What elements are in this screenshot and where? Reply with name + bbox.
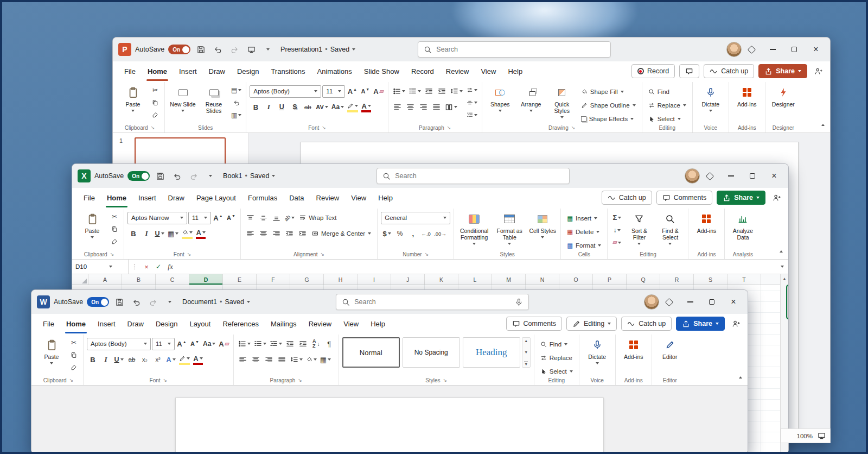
new-slide-button[interactable]: New Slide [168,83,197,122]
column-header[interactable]: J [391,274,425,285]
ribbon-tab[interactable]: References [216,314,264,333]
column-header[interactable]: M [492,274,526,285]
column-header[interactable]: G [290,274,324,285]
font-size-combo[interactable]: 11 [188,212,211,224]
cut-icon[interactable]: ✂ [68,337,80,348]
increase-decimal-icon[interactable]: ←.0 [420,228,432,239]
align-center-icon[interactable] [257,228,269,239]
ribbon-tab[interactable]: Draw [122,314,150,333]
ribbon-tab[interactable]: Help [372,188,399,207]
font-dialog-launcher[interactable]: ↘ [187,252,192,257]
underline-icon[interactable]: U [113,354,125,365]
clipboard-dialog-launcher[interactable]: ↘ [69,378,74,383]
ribbon-tab[interactable]: Animations [311,61,358,81]
font-dialog-launcher[interactable]: ↘ [163,378,168,383]
increase-font-size-icon[interactable]: A▲ [212,212,224,224]
minimize-button[interactable] [762,39,783,60]
presence-person-icon[interactable] [770,191,783,204]
clear-icon[interactable] [611,237,623,248]
line-spacing-icon[interactable] [289,354,304,365]
justify-icon[interactable] [276,354,288,365]
style-card[interactable]: Normal [342,337,400,368]
ribbon-tab[interactable]: Design [150,314,183,333]
word-app-icon[interactable]: W [37,295,50,308]
increase-font-size-icon[interactable]: A▲ [346,86,358,97]
vertical-scrollbar[interactable]: ▲ [780,274,788,453]
copy-icon[interactable] [68,349,80,361]
superscript-icon[interactable]: x² [152,354,164,365]
expand-formula-bar-icon[interactable] [776,260,788,274]
undo-icon[interactable] [130,295,143,308]
align-center-icon[interactable] [250,354,262,365]
ribbon-tab[interactable]: Layout [183,314,216,333]
search-input[interactable] [336,294,529,310]
column-header[interactable]: K [425,274,458,285]
decrease-font-size-icon[interactable]: A▼ [225,212,237,224]
style-card[interactable]: No Spacing [403,337,460,368]
share-button[interactable]: Share [758,64,807,78]
presence-person-icon[interactable] [729,317,742,330]
delete-cells-button[interactable]: ▦Delete [564,225,604,238]
undo-icon[interactable] [211,43,224,56]
ribbon-tab[interactable]: Home [101,188,132,207]
font-size-combo[interactable]: 11 [322,85,345,98]
font-color-icon[interactable]: A [195,228,207,239]
designer-button[interactable]: Designer [769,83,798,122]
search-field[interactable] [395,172,564,180]
fit-to-window-icon[interactable] [818,432,826,440]
underline-icon[interactable]: U [276,102,288,113]
align-center-icon[interactable] [405,102,417,113]
dictate-button[interactable]: Dictate [696,83,725,122]
minimize-button[interactable] [720,166,742,186]
avatar[interactable] [685,168,700,184]
line-spacing-icon[interactable] [449,86,464,97]
column-header[interactable]: P [593,274,627,285]
number-format-combo[interactable]: General [381,212,450,224]
change-case-icon[interactable]: Aa [330,102,345,113]
minimize-button[interactable] [679,292,701,312]
ribbon-tab[interactable]: Formulas [242,188,283,207]
column-header[interactable]: R [660,274,694,285]
ribbon-tab[interactable]: Design [231,61,265,81]
search-input[interactable] [376,168,570,184]
drawing-dialog-launcher[interactable]: ↘ [571,125,576,130]
italic-icon[interactable]: I [263,102,275,113]
sort-icon[interactable]: AZ↓ [310,338,322,350]
comma-style-icon[interactable]: , [407,228,419,239]
cut-icon[interactable]: ✂ [108,211,120,222]
accounting-format-icon[interactable]: $ [381,228,393,239]
decrease-indent-icon[interactable] [423,86,435,97]
ribbon-tab[interactable]: Page Layout [190,188,242,207]
slide-layout-icon[interactable]: ▤ [230,84,242,96]
maximize-button[interactable] [701,292,723,312]
document-page[interactable] [175,398,604,453]
text-shadow-icon[interactable]: S [289,102,301,113]
conditional-formatting-button[interactable]: Conditional Formatting [457,210,491,249]
font-color-icon[interactable]: A [360,102,372,113]
justify-icon[interactable] [431,102,443,113]
ribbon-tab[interactable]: View [475,61,502,81]
fill-icon[interactable]: ↓ [611,224,623,236]
ribbon-tab[interactable]: File [37,314,60,333]
align-right-icon[interactable] [270,228,282,239]
column-header[interactable]: Q [627,274,660,285]
shape-fill-button[interactable]: Shape Fill [578,85,639,98]
number-dialog-launcher[interactable]: ↘ [425,252,429,257]
styles-dialog-launcher[interactable]: ↘ [443,378,448,383]
close-button[interactable]: × [723,292,744,312]
presence-person-icon[interactable] [812,65,825,78]
share-button[interactable]: Share [676,317,725,331]
format-painter-icon[interactable] [108,236,120,247]
paragraph-dialog-launcher[interactable]: ↘ [298,378,302,383]
ribbon-tab[interactable]: Review [303,314,338,333]
fill-color-icon[interactable] [181,228,194,239]
underline-icon[interactable]: U [154,228,165,239]
highlight-color-icon[interactable] [178,354,191,365]
increase-indent-icon[interactable] [436,86,448,97]
percent-style-icon[interactable]: % [394,228,406,239]
ribbon-tab[interactable]: Draw [203,61,231,81]
bullets-icon[interactable] [237,338,252,350]
align-left-icon[interactable] [392,102,404,113]
name-box-input[interactable] [75,263,106,270]
ribbon-tab[interactable]: Data [283,188,310,207]
